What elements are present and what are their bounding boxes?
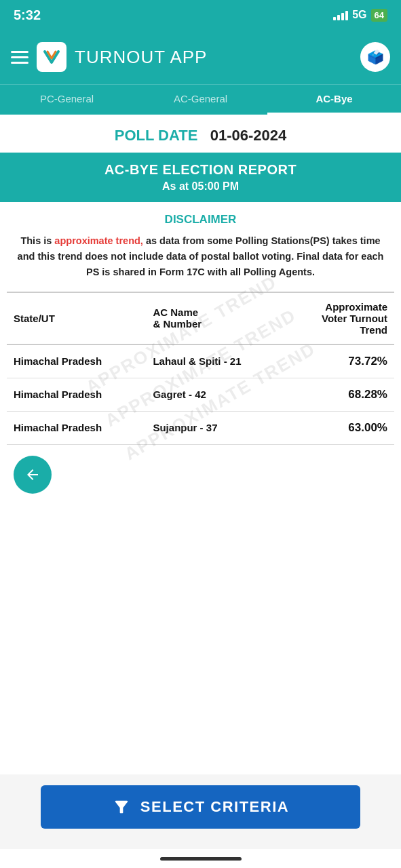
cell-state: Himachal Pradesh [7,378,146,411]
back-button[interactable] [14,456,52,494]
title-main: TURNOUT [75,47,166,67]
table-header-row: State/UT AC Name& Number ApproximateVote… [7,292,394,344]
select-criteria-label: SELECT CRITERIA [140,798,289,816]
main-content: POLL DATE 01-06-2024 AC-BYE ELECTION REP… [0,115,401,774]
cell-state: Himachal Pradesh [7,344,146,378]
app-header: TURNOUT APP 🗳️ [0,30,401,84]
report-time: As at 05:00 PM [14,180,387,193]
home-indicator [0,849,401,868]
turnout-table: State/UT AC Name& Number ApproximateVote… [7,292,394,445]
cell-state: Himachal Pradesh [7,411,146,444]
cell-ac-name: Gagret - 42 [146,378,285,411]
poll-date-label: POLL DATE [115,127,198,144]
home-indicator-bar [160,857,242,861]
app-logo [37,42,66,72]
disclaimer-part1: This is [20,235,54,246]
disclaimer-title: DISCLAIMER [14,213,387,226]
col-ac-name: AC Name& Number [146,292,285,344]
header-left: TURNOUT APP [11,42,207,72]
poll-date-section: POLL DATE 01-06-2024 [0,115,401,153]
election-commission-logo: 🗳️ [360,42,390,72]
report-title: AC-BYE ELECTION REPORT [14,162,387,178]
poll-date: POLL DATE 01-06-2024 [14,127,387,144]
disclaimer-section: DISCLAIMER This is approximate trend, as… [0,202,401,292]
status-bar: 5:32 5G 64 [0,0,401,30]
cell-turnout: 63.00% [286,411,394,444]
network-type: 5G [352,9,366,21]
disclaimer-highlight: approximate trend, [54,235,143,246]
navigation-tabs: PC-General AC-General AC-Bye [0,84,401,115]
status-icons: 5G 64 [333,9,387,22]
tab-pc-general[interactable]: PC-General [0,85,134,115]
status-time: 5:32 [14,7,41,23]
tab-ac-bye[interactable]: AC-Bye [267,85,401,115]
report-banner: AC-BYE ELECTION REPORT As at 05:00 PM [0,153,401,202]
table-row: Himachal Pradesh Gagret - 42 68.28% [7,378,394,411]
data-table-section: APPROXIMATE TREND APPROXIMATE TREND APPR… [0,292,401,445]
table-row: Himachal Pradesh Sujanpur - 37 63.00% [7,411,394,444]
app-title: TURNOUT APP [75,47,207,68]
cell-turnout: 68.28% [286,378,394,411]
col-state: State/UT [7,292,146,344]
battery-indicator: 64 [371,9,387,22]
disclaimer-text: This is approximate trend, as data from … [14,233,387,281]
back-arrow-icon [24,467,41,483]
bottom-area: SELECT CRITERIA [0,774,401,849]
poll-date-value: 01-06-2024 [210,127,287,144]
menu-button[interactable] [11,51,28,64]
table-row: Himachal Pradesh Lahaul & Spiti - 21 73.… [7,344,394,378]
cell-ac-name: Sujanpur - 37 [146,411,285,444]
cell-ac-name: Lahaul & Spiti - 21 [146,344,285,378]
tab-ac-general[interactable]: AC-General [134,85,267,115]
filter-icon [112,797,131,816]
col-turnout: ApproximateVoter TurnoutTrend [286,292,394,344]
cell-turnout: 73.72% [286,344,394,378]
signal-icon [333,9,348,20]
select-criteria-button[interactable]: SELECT CRITERIA [41,785,360,829]
title-suffix: APP [166,47,208,67]
